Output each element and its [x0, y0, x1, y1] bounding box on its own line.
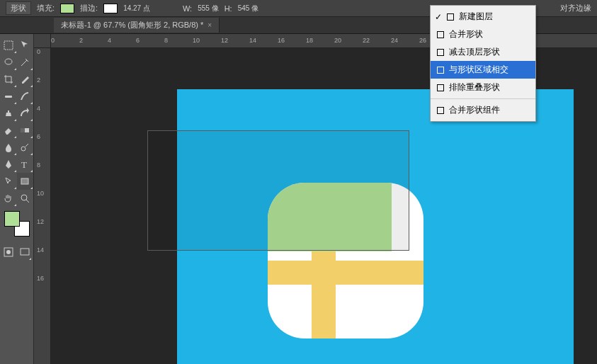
- shape-mode-dropdown[interactable]: 形状: [6, 1, 31, 15]
- dodge-tool[interactable]: [17, 139, 34, 156]
- combine-icon: [436, 30, 445, 39]
- eyedropper-tool[interactable]: [17, 71, 34, 88]
- ruler-tick: 8: [37, 161, 40, 169]
- vertical-ruler[interactable]: 0246810121416: [34, 48, 51, 364]
- ruler-tick: 18: [306, 37, 313, 44]
- ruler-tick: 24: [391, 37, 398, 44]
- zoom-tool[interactable]: [17, 190, 34, 207]
- fill-label: 填充:: [37, 3, 55, 13]
- ruler-tick: 6: [136, 37, 140, 44]
- width-value[interactable]: 555 像: [198, 4, 218, 13]
- rectangle-tool[interactable]: [17, 173, 34, 190]
- menu-item-new-layer[interactable]: ✓ 新建图层: [431, 8, 535, 25]
- svg-rect-2: [5, 96, 12, 98]
- green-overlay: [268, 183, 392, 251]
- ruler-tick: 12: [221, 37, 228, 44]
- screen-mode-toggle[interactable]: [18, 244, 33, 261]
- brush-tool[interactable]: [17, 88, 34, 105]
- checkmark-icon: ✓: [435, 12, 442, 22]
- fill-swatch[interactable]: [60, 4, 74, 13]
- path-select-tool[interactable]: [0, 173, 17, 190]
- foreground-color[interactable]: [4, 211, 20, 227]
- gradient-tool[interactable]: [17, 122, 34, 139]
- svg-rect-0: [4, 41, 13, 50]
- menu-label: 减去顶层形状: [449, 46, 500, 58]
- menu-label: 与形状区域相交: [449, 64, 508, 76]
- crop-tool[interactable]: [0, 71, 17, 88]
- ruler-tick: 10: [37, 190, 44, 197]
- new-layer-icon: [446, 13, 455, 21]
- horizontal-stripe: [268, 261, 423, 285]
- stroke-swatch[interactable]: [103, 4, 118, 13]
- rounded-rect-shape[interactable]: [268, 183, 423, 339]
- ruler-tick: 16: [37, 275, 44, 282]
- svg-point-8: [21, 195, 27, 200]
- spot-heal-tool[interactable]: [0, 88, 17, 105]
- type-tool[interactable]: T: [17, 156, 34, 173]
- ruler-tick: 14: [249, 37, 256, 44]
- ruler-tick: 6: [37, 133, 40, 140]
- ruler-tick: 0: [51, 37, 55, 44]
- menu-item-exclude[interactable]: 排除重叠形状: [431, 79, 535, 96]
- menu-item-intersect[interactable]: 与形状区域相交: [431, 61, 535, 79]
- eraser-tool[interactable]: [0, 122, 17, 139]
- path-operations-menu: ✓ 新建图层 合并形状 减去顶层形状 与形状区域相交 排除重叠形状 合并形状组件: [430, 5, 536, 122]
- width-label: W:: [183, 4, 192, 13]
- menu-item-subtract[interactable]: 减去顶层形状: [431, 43, 535, 61]
- stroke-label: 描边:: [80, 3, 98, 13]
- svg-rect-7: [21, 178, 28, 184]
- svg-rect-11: [21, 249, 29, 255]
- clone-stamp-tool[interactable]: [0, 105, 17, 122]
- ruler-tick: 2: [37, 76, 40, 84]
- align-edges-label: 对齐边缘: [560, 3, 591, 13]
- exclude-icon: [436, 84, 445, 92]
- menu-item-merge-components[interactable]: 合并形状组件: [431, 101, 535, 119]
- ruler-tick: 0: [37, 48, 40, 55]
- pen-tool[interactable]: [0, 156, 17, 173]
- stroke-size-field[interactable]: 14.27 点: [123, 4, 150, 13]
- menu-label: 新建图层: [459, 11, 493, 23]
- subtract-icon: [436, 48, 445, 57]
- rectangular-marquee-tool[interactable]: [0, 37, 17, 54]
- ruler-tick: 16: [278, 37, 285, 44]
- document-tab[interactable]: 未标题-1 @ 67.7% (圆角矩形 2, RGB/8) * ×: [54, 18, 220, 33]
- ruler-tick: 4: [108, 37, 111, 44]
- color-chips: [0, 207, 33, 241]
- toolbox: T: [0, 34, 34, 364]
- ruler-tick: 14: [37, 246, 44, 254]
- ruler-tick: 8: [164, 37, 168, 44]
- menu-separator: [431, 98, 535, 99]
- height-label: H:: [224, 4, 232, 13]
- history-brush-tool[interactable]: [17, 105, 34, 122]
- height-value[interactable]: 545 像: [238, 4, 258, 13]
- merge-icon: [436, 106, 445, 115]
- hand-tool[interactable]: [0, 190, 17, 207]
- quick-mask-toggle[interactable]: [1, 244, 16, 261]
- document-title: 未标题-1 @ 67.7% (圆角矩形 2, RGB/8) *: [61, 20, 203, 30]
- svg-point-1: [5, 59, 12, 64]
- ruler-tick: 2: [79, 37, 83, 44]
- menu-label: 合并形状: [449, 28, 483, 40]
- move-tool[interactable]: [17, 37, 34, 54]
- svg-point-5: [21, 147, 25, 151]
- lasso-tool[interactable]: [0, 54, 17, 71]
- ruler-tick: 10: [193, 37, 200, 44]
- menu-label: 排除重叠形状: [449, 81, 500, 93]
- blur-tool[interactable]: [0, 139, 17, 156]
- menu-item-combine[interactable]: 合并形状: [431, 25, 535, 43]
- menu-label: 合并形状组件: [449, 104, 500, 116]
- artboard: [177, 89, 574, 364]
- tab-close-button[interactable]: ×: [207, 21, 212, 29]
- ruler-tick: 26: [419, 37, 426, 44]
- intersect-icon: [436, 66, 445, 74]
- ruler-tick: 20: [334, 37, 341, 44]
- ruler-tick: 22: [363, 37, 370, 44]
- ruler-origin[interactable]: [34, 34, 51, 48]
- ruler-tick: 4: [37, 105, 40, 112]
- svg-text:T: T: [21, 159, 27, 170]
- svg-point-10: [6, 250, 11, 254]
- ruler-tick: 12: [37, 218, 44, 225]
- svg-rect-4: [21, 128, 25, 132]
- magic-wand-tool[interactable]: [17, 54, 34, 71]
